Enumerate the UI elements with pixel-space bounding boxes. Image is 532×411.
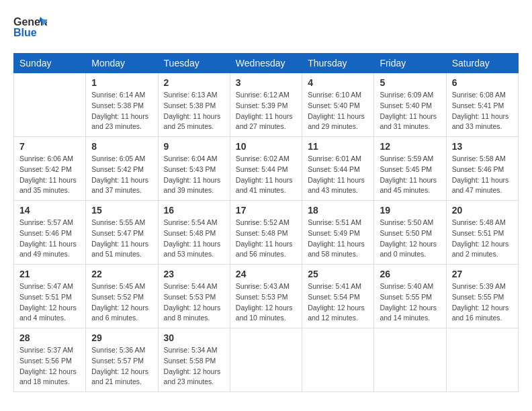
calendar-cell: 6Sunrise: 6:08 AMSunset: 5:41 PMDaylight… xyxy=(446,73,518,137)
logo: General Blue xyxy=(13,13,47,46)
day-number: 26 xyxy=(380,269,440,279)
cell-info: Sunrise: 5:44 AMSunset: 5:53 PMDaylight:… xyxy=(164,281,224,324)
calendar-cell xyxy=(14,73,86,137)
weekday-header-sunday: Sunday xyxy=(14,54,86,73)
calendar-cell: 2Sunrise: 6:13 AMSunset: 5:38 PMDaylight… xyxy=(158,73,230,137)
day-number: 25 xyxy=(308,269,368,279)
cell-info: Sunrise: 6:05 AMSunset: 5:42 PMDaylight:… xyxy=(91,154,152,196)
day-number: 23 xyxy=(164,269,224,279)
day-number: 1 xyxy=(91,77,152,88)
day-number: 6 xyxy=(452,77,513,88)
weekday-header-wednesday: Wednesday xyxy=(230,54,302,73)
calendar-cell: 12Sunrise: 5:59 AMSunset: 5:45 PMDayligh… xyxy=(374,137,446,201)
cell-info: Sunrise: 6:14 AMSunset: 5:38 PMDaylight:… xyxy=(91,90,152,132)
day-number: 3 xyxy=(236,77,296,88)
day-number: 27 xyxy=(452,269,513,279)
calendar-cell: 29Sunrise: 5:36 AMSunset: 5:57 PMDayligh… xyxy=(86,328,158,392)
day-number: 10 xyxy=(236,141,296,152)
svg-text:Blue: Blue xyxy=(13,27,37,38)
cell-info: Sunrise: 5:54 AMSunset: 5:48 PMDaylight:… xyxy=(164,218,224,260)
calendar-week-row: 28Sunrise: 5:37 AMSunset: 5:56 PMDayligh… xyxy=(14,328,519,392)
calendar-cell: 30Sunrise: 5:34 AMSunset: 5:58 PMDayligh… xyxy=(158,328,230,392)
calendar-cell: 9Sunrise: 6:04 AMSunset: 5:43 PMDaylight… xyxy=(158,137,230,201)
cell-info: Sunrise: 5:40 AMSunset: 5:55 PMDaylight:… xyxy=(380,281,440,324)
day-number: 12 xyxy=(380,141,440,152)
calendar-cell xyxy=(374,328,446,392)
calendar-cell: 22Sunrise: 5:45 AMSunset: 5:52 PMDayligh… xyxy=(86,265,158,328)
day-number: 20 xyxy=(452,205,513,216)
cell-info: Sunrise: 5:47 AMSunset: 5:51 PMDaylight:… xyxy=(19,281,80,324)
cell-info: Sunrise: 5:48 AMSunset: 5:51 PMDaylight:… xyxy=(452,218,513,260)
calendar-body: 1Sunrise: 6:14 AMSunset: 5:38 PMDaylight… xyxy=(14,73,519,392)
day-number: 14 xyxy=(19,205,80,216)
cell-info: Sunrise: 6:04 AMSunset: 5:43 PMDaylight:… xyxy=(164,154,224,196)
calendar-cell: 13Sunrise: 5:58 AMSunset: 5:46 PMDayligh… xyxy=(446,137,518,201)
calendar-cell: 7Sunrise: 6:06 AMSunset: 5:42 PMDaylight… xyxy=(14,137,86,201)
calendar-cell: 19Sunrise: 5:50 AMSunset: 5:50 PMDayligh… xyxy=(374,201,446,265)
calendar-cell: 17Sunrise: 5:52 AMSunset: 5:48 PMDayligh… xyxy=(230,201,302,265)
cell-info: Sunrise: 5:55 AMSunset: 5:47 PMDaylight:… xyxy=(91,218,152,260)
calendar-cell: 23Sunrise: 5:44 AMSunset: 5:53 PMDayligh… xyxy=(158,265,230,328)
cell-info: Sunrise: 5:51 AMSunset: 5:49 PMDaylight:… xyxy=(308,218,368,260)
day-number: 16 xyxy=(164,205,224,216)
day-number: 18 xyxy=(308,205,368,216)
cell-info: Sunrise: 6:06 AMSunset: 5:42 PMDaylight:… xyxy=(19,154,80,196)
day-number: 9 xyxy=(164,141,224,152)
day-number: 19 xyxy=(380,205,440,216)
weekday-header-monday: Monday xyxy=(86,54,158,73)
calendar-cell: 21Sunrise: 5:47 AMSunset: 5:51 PMDayligh… xyxy=(14,265,86,328)
cell-info: Sunrise: 5:50 AMSunset: 5:50 PMDaylight:… xyxy=(380,218,440,260)
day-number: 21 xyxy=(19,269,80,279)
calendar-cell: 14Sunrise: 5:57 AMSunset: 5:46 PMDayligh… xyxy=(14,201,86,265)
cell-info: Sunrise: 6:01 AMSunset: 5:44 PMDaylight:… xyxy=(308,154,368,196)
weekday-header-thursday: Thursday xyxy=(302,54,374,73)
cell-info: Sunrise: 5:43 AMSunset: 5:53 PMDaylight:… xyxy=(236,281,296,324)
day-number: 8 xyxy=(91,141,152,152)
calendar-cell xyxy=(302,328,374,392)
cell-info: Sunrise: 6:12 AMSunset: 5:39 PMDaylight:… xyxy=(236,90,296,132)
calendar-table: SundayMondayTuesdayWednesdayThursdayFrid… xyxy=(13,53,519,392)
calendar-cell: 11Sunrise: 6:01 AMSunset: 5:44 PMDayligh… xyxy=(302,137,374,201)
day-number: 24 xyxy=(236,269,296,279)
calendar-week-row: 14Sunrise: 5:57 AMSunset: 5:46 PMDayligh… xyxy=(14,201,519,265)
calendar-cell xyxy=(446,328,518,392)
calendar-header-row: SundayMondayTuesdayWednesdayThursdayFrid… xyxy=(14,54,519,73)
calendar-cell: 4Sunrise: 6:10 AMSunset: 5:40 PMDaylight… xyxy=(302,73,374,137)
cell-info: Sunrise: 6:08 AMSunset: 5:41 PMDaylight:… xyxy=(452,90,513,132)
day-number: 30 xyxy=(164,332,224,343)
cell-info: Sunrise: 5:36 AMSunset: 5:57 PMDaylight:… xyxy=(91,345,152,387)
calendar-cell: 3Sunrise: 6:12 AMSunset: 5:39 PMDaylight… xyxy=(230,73,302,137)
calendar-cell: 10Sunrise: 6:02 AMSunset: 5:44 PMDayligh… xyxy=(230,137,302,201)
cell-info: Sunrise: 5:37 AMSunset: 5:56 PMDaylight:… xyxy=(19,345,80,387)
cell-info: Sunrise: 6:13 AMSunset: 5:38 PMDaylight:… xyxy=(164,90,224,132)
calendar-cell: 15Sunrise: 5:55 AMSunset: 5:47 PMDayligh… xyxy=(86,201,158,265)
day-number: 29 xyxy=(91,332,152,343)
cell-info: Sunrise: 5:34 AMSunset: 5:58 PMDaylight:… xyxy=(164,345,224,387)
day-number: 17 xyxy=(236,205,296,216)
calendar-cell: 8Sunrise: 6:05 AMSunset: 5:42 PMDaylight… xyxy=(86,137,158,201)
cell-info: Sunrise: 5:58 AMSunset: 5:46 PMDaylight:… xyxy=(452,154,513,196)
calendar-week-row: 21Sunrise: 5:47 AMSunset: 5:51 PMDayligh… xyxy=(14,265,519,328)
calendar-cell: 25Sunrise: 5:41 AMSunset: 5:54 PMDayligh… xyxy=(302,265,374,328)
calendar-week-row: 7Sunrise: 6:06 AMSunset: 5:42 PMDaylight… xyxy=(14,137,519,201)
weekday-header-saturday: Saturday xyxy=(446,54,518,73)
day-number: 2 xyxy=(164,77,224,88)
day-number: 11 xyxy=(308,141,368,152)
day-number: 28 xyxy=(19,332,80,343)
calendar-cell: 20Sunrise: 5:48 AMSunset: 5:51 PMDayligh… xyxy=(446,201,518,265)
cell-info: Sunrise: 6:02 AMSunset: 5:44 PMDaylight:… xyxy=(236,154,296,196)
cell-info: Sunrise: 6:09 AMSunset: 5:40 PMDaylight:… xyxy=(380,90,440,132)
cell-info: Sunrise: 5:41 AMSunset: 5:54 PMDaylight:… xyxy=(308,281,368,324)
day-number: 15 xyxy=(91,205,152,216)
cell-info: Sunrise: 5:45 AMSunset: 5:52 PMDaylight:… xyxy=(91,281,152,324)
calendar-cell: 26Sunrise: 5:40 AMSunset: 5:55 PMDayligh… xyxy=(374,265,446,328)
cell-info: Sunrise: 5:52 AMSunset: 5:48 PMDaylight:… xyxy=(236,218,296,260)
calendar-cell: 1Sunrise: 6:14 AMSunset: 5:38 PMDaylight… xyxy=(86,73,158,137)
calendar-cell: 5Sunrise: 6:09 AMSunset: 5:40 PMDaylight… xyxy=(374,73,446,137)
weekday-header-friday: Friday xyxy=(374,54,446,73)
calendar-cell: 18Sunrise: 5:51 AMSunset: 5:49 PMDayligh… xyxy=(302,201,374,265)
calendar-cell: 27Sunrise: 5:39 AMSunset: 5:55 PMDayligh… xyxy=(446,265,518,328)
calendar-cell: 28Sunrise: 5:37 AMSunset: 5:56 PMDayligh… xyxy=(14,328,86,392)
cell-info: Sunrise: 6:10 AMSunset: 5:40 PMDaylight:… xyxy=(308,90,368,132)
day-number: 13 xyxy=(452,141,513,152)
